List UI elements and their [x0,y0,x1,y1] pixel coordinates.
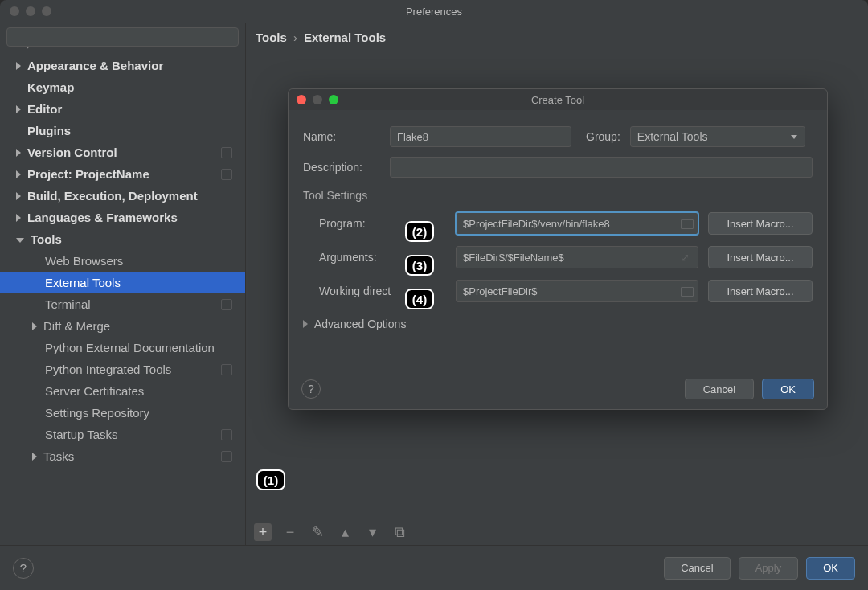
tool-settings-label: Tool Settings [303,189,813,202]
breadcrumb-root: Tools [256,31,287,44]
chevron-right-icon [32,453,37,461]
project-icon [221,299,232,310]
sidebar-item-label: Keymap [27,80,74,94]
program-input[interactable] [456,212,698,235]
annotation-2: (2) [405,221,434,242]
chevron-down-icon [16,238,24,243]
sidebar-item-label: Settings Repository [45,406,149,420]
sidebar-item-label: Editor [27,102,62,116]
arguments-label: Arguments: [303,251,422,264]
sidebar-item-label: Build, Execution, Deployment [27,189,198,203]
insert-macro-button[interactable]: Insert Macro... [708,212,813,235]
ok-button[interactable]: OK [806,557,855,580]
sidebar-item[interactable]: Server Certificates [0,380,245,402]
sidebar-item[interactable]: Python External Documentation [0,337,245,359]
apply-button[interactable]: Apply [739,557,799,580]
sidebar-item[interactable]: Build, Execution, Deployment [0,185,245,207]
insert-macro-button[interactable]: Insert Macro... [708,246,813,268]
chevron-right-icon [16,170,21,178]
sidebar-item[interactable]: Version Control [0,141,245,163]
chevron-right-icon [303,320,308,328]
window-title: Preferences [0,6,868,18]
add-button[interactable]: + [254,523,272,541]
sidebar-item[interactable]: Tasks [0,445,245,467]
working-directory-input[interactable] [456,280,698,302]
tools-toolbar: + − ✎ ▴ ▾ ⧉ [254,519,408,545]
sidebar-item-label: Python External Documentation [45,341,215,354]
chevron-right-icon [16,62,21,70]
project-icon [221,147,232,158]
project-icon [221,364,232,375]
dialog-titlebar: Create Tool [289,89,827,110]
sidebar-item[interactable]: Terminal [0,293,245,315]
remove-button[interactable]: − [281,523,299,541]
move-up-button[interactable]: ▴ [336,523,354,541]
chevron-down-icon [784,127,805,146]
sidebar-item[interactable]: Tools [0,228,245,250]
sidebar-item[interactable]: Appearance & Behavior [0,55,245,76]
advanced-options-toggle[interactable]: Advanced Options [303,318,813,330]
folder-icon[interactable] [681,285,694,297]
breadcrumb-leaf: External Tools [304,31,386,44]
folder-icon[interactable] [681,217,694,230]
sidebar-item[interactable]: Web Browsers [0,250,245,272]
sidebar-item[interactable]: Editor [0,98,245,120]
sidebar-item[interactable]: External Tools [0,272,245,293]
sidebar-item[interactable]: Languages & Frameworks [0,207,245,228]
sidebar-item-label: Diff & Merge [43,319,110,333]
sidebar-item[interactable]: Startup Tasks [0,424,245,445]
sidebar-item-label: Appearance & Behavior [27,59,163,72]
sidebar-item-label: Plugins [27,124,71,137]
sidebar-item-label: Server Certificates [45,384,144,398]
breadcrumb: Tools › External Tools [246,23,868,51]
program-label: Program: [303,217,422,230]
sidebar-item-label: Startup Tasks [45,428,118,441]
ok-button[interactable]: OK [762,379,814,399]
sidebar-item[interactable]: Settings Repository [0,402,245,424]
sidebar-item-label: Tools [31,232,62,246]
description-input[interactable] [390,157,813,178]
sidebar-item-label: Languages & Frameworks [27,211,178,224]
sidebar-item-label: Python Integrated Tools [45,363,171,376]
sidebar-item[interactable]: Plugins [0,120,245,141]
window-titlebar: Preferences [0,0,868,23]
preferences-footer: ? Cancel Apply OK [0,545,868,590]
insert-macro-button[interactable]: Insert Macro... [708,280,813,302]
name-input[interactable] [390,126,571,147]
working-directory-label: Working direct [303,285,422,297]
name-label: Name: [303,130,390,143]
group-value: External Tools [637,130,708,143]
annotation-3: (3) [405,255,434,276]
project-icon [221,451,232,462]
help-button[interactable]: ? [301,379,321,399]
sidebar-item[interactable]: Python Integrated Tools [0,359,245,380]
sidebar-item[interactable]: Keymap [0,76,245,98]
sidebar-item-label: Version Control [27,145,117,159]
advanced-options-label: Advanced Options [314,318,406,330]
settings-tree: Appearance & BehaviorKeymapEditorPlugins… [0,51,245,545]
group-label: Group: [586,130,620,143]
chevron-right-icon [16,105,21,113]
sidebar-item[interactable]: Diff & Merge [0,315,245,337]
sidebar-item-label: Terminal [45,297,91,311]
arguments-input[interactable] [456,246,698,268]
settings-sidebar: Appearance & BehaviorKeymapEditorPlugins… [0,23,246,545]
move-down-button[interactable]: ▾ [363,523,381,541]
group-select[interactable]: External Tools [630,126,805,147]
cancel-button[interactable]: Cancel [685,379,754,399]
copy-button[interactable]: ⧉ [391,523,408,541]
help-button[interactable]: ? [13,558,34,579]
description-label: Description: [303,161,390,174]
cancel-button[interactable]: Cancel [664,557,730,580]
chevron-right-icon [16,149,21,157]
sidebar-item-label: External Tools [45,276,121,289]
sidebar-item-label: Web Browsers [45,254,123,268]
sidebar-item[interactable]: Project: ProjectName [0,163,245,185]
expand-icon[interactable] [681,251,694,264]
project-icon [221,429,232,440]
edit-button[interactable]: ✎ [309,523,326,541]
search-input[interactable] [6,27,239,47]
annotation-4: (4) [405,289,434,309]
chevron-right-icon: › [293,31,297,44]
chevron-right-icon [16,214,21,222]
